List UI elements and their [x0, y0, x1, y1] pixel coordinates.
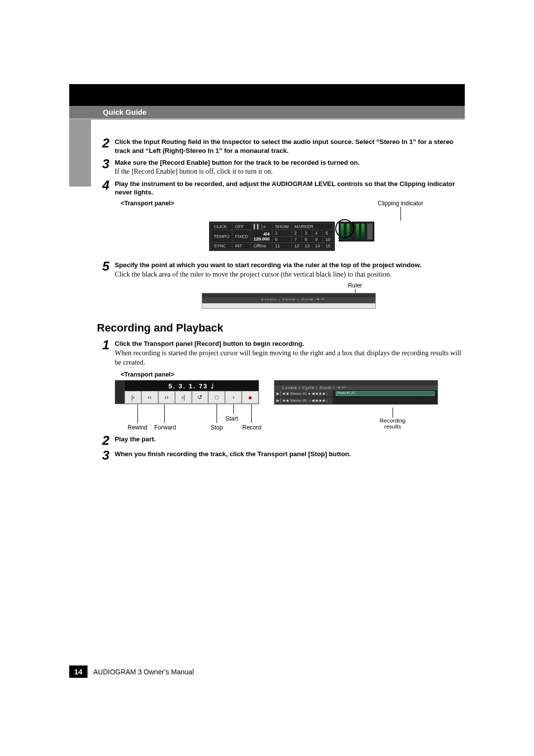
- track-row-1: ▶│ ■ ■ Stereo #1 ● ◀ ■ ■ ■ ↓: [274, 390, 333, 397]
- cell: 1: [272, 230, 292, 236]
- recording-results-image: Locate › Cycle › Zoom › ⇥ ↩ ▶│ ■ ■ Stere…: [274, 380, 438, 405]
- step-b1: 1 Click the Transport panel [Record] but…: [99, 339, 465, 367]
- step-b2: 2 Play the part.: [99, 435, 465, 447]
- cell: 14: [312, 243, 323, 249]
- recording-results-figure: Locate › Cycle › Zoom › ⇥ ↩ ▶│ ■ ■ Stere…: [274, 380, 438, 429]
- cell: 3: [302, 230, 312, 236]
- step-bold: Click the Transport panel [Record] butto…: [115, 340, 304, 347]
- step-bold: Make sure the [Record Enable] button for…: [115, 159, 359, 166]
- step-body: Click the Input Routing field in the Ins…: [113, 138, 465, 155]
- step-text: Play the part.: [115, 435, 156, 443]
- rewind-label: Rewind: [128, 424, 147, 431]
- step-2: 2 Click the Input Routing field in the I…: [99, 138, 465, 155]
- cell: CLICK: [211, 224, 232, 230]
- cell: TEMPO: [211, 230, 232, 243]
- step-text: When you finish recording the track, cli…: [115, 450, 351, 458]
- transport-panel-image: CLICK OFF ▍▍│≡ SHOW MARKER TEMPO FIXED 4…: [209, 222, 335, 251]
- step-5: 5 Specify the point at which you want to…: [99, 261, 465, 279]
- cell: 11: [272, 243, 292, 249]
- recording-results-label: Recording results: [373, 418, 412, 429]
- step-number: 2: [99, 137, 113, 149]
- step-plain: If the [Record Enable] button is off, cl…: [115, 167, 273, 175]
- transport-buttons: |‹ ‹‹ ›› ›| ↺ □ › ●: [125, 391, 259, 404]
- callout-line-icon: [400, 207, 401, 221]
- record-label: Record: [242, 424, 262, 431]
- step-bold: Specify the point at which you want to s…: [115, 261, 421, 269]
- callout-line-icon: [251, 404, 252, 423]
- step-body: Specify the point at which you want to s…: [113, 261, 465, 279]
- step-number: 2: [99, 434, 113, 447]
- figure-row: <Transport panel> Clipping indicator: [121, 200, 465, 222]
- track-row-2: ▶│ ■ ■ Stereo #1 ○ ◀ ■ ■ ■ ↓: [274, 397, 333, 404]
- cell: MARKER: [292, 224, 333, 230]
- side-tab: [69, 116, 91, 187]
- cell: 6: [272, 236, 292, 243]
- cell: 12: [292, 243, 302, 249]
- callout-line-icon: [393, 408, 393, 418]
- cell: 13: [302, 243, 312, 249]
- step-text: Play the instrument to be recorded, and …: [115, 180, 455, 196]
- page-content: 2 Click the Input Routing field in the I…: [99, 84, 465, 462]
- callout-line-icon: [217, 404, 217, 423]
- step-number: 3: [99, 449, 113, 462]
- waveform-clip: Stereo #1_01: [336, 391, 435, 396]
- callout-line-icon: [164, 404, 165, 423]
- cell: FIXED: [232, 230, 251, 243]
- cell: INT: [232, 243, 251, 249]
- step-body: Play the instrument to be recorded, and …: [113, 180, 465, 197]
- level-meter-icon: [361, 224, 364, 239]
- transport-panel-box: 5. 3. 1. 73 ♩ |‹ ‹‹ ›› ›| ↺ □ › ●: [115, 380, 259, 404]
- cell: 4: [312, 230, 323, 236]
- results-toolbar: Locate › Cycle › Zoom › ⇥ ↩: [274, 385, 438, 390]
- page-number: 14: [69, 665, 88, 678]
- start-button[interactable]: ›: [225, 391, 242, 404]
- ruler-label: Ruler: [348, 282, 362, 289]
- cell: 10: [323, 236, 333, 243]
- transport-panel-label: <Transport panel>: [121, 200, 174, 207]
- forward-button[interactable]: ››: [158, 391, 175, 404]
- callout-line-icon: [233, 404, 234, 414]
- cell: SYNC: [211, 243, 232, 249]
- cell: ▍▍│≡: [251, 224, 272, 230]
- step-number: 3: [99, 157, 113, 170]
- timecode-display: 5. 3. 1. 73 ♩: [125, 380, 259, 391]
- step-plain: Click the black area of the ruler to mov…: [115, 270, 392, 278]
- cell: 7: [292, 236, 302, 243]
- step-body: When you finish recording the track, cli…: [113, 450, 465, 459]
- cell: 8: [302, 236, 312, 243]
- step-plain: When recording is started the project cu…: [115, 349, 461, 366]
- step-number: 4: [99, 179, 113, 191]
- step-body: Make sure the [Record Enable] button for…: [113, 158, 465, 177]
- manual-page: Quick Guide 2 Click the Input Routing fi…: [0, 0, 534, 708]
- stop-label: Stop: [211, 424, 223, 431]
- step-3: 3 Make sure the [Record Enable] button f…: [99, 158, 465, 177]
- loop-button[interactable]: ↺: [192, 391, 209, 404]
- transport-panel-figure-1: CLICK OFF ▍▍│≡ SHOW MARKER TEMPO FIXED 4…: [119, 222, 465, 251]
- stop-button[interactable]: □: [208, 391, 225, 404]
- clipping-indicator-label: Clipping indicator: [336, 200, 465, 207]
- forward-end-button[interactable]: ›|: [175, 391, 192, 404]
- cell: 15: [323, 243, 333, 249]
- ruler-image: Locate › Cycle › Zoom ⇥ ↩: [202, 293, 376, 309]
- step-body: Click the Transport panel [Record] butto…: [113, 339, 465, 367]
- cell: 5: [323, 230, 333, 236]
- start-label: Start: [225, 415, 238, 422]
- forward-label: Forward: [154, 424, 176, 431]
- transport-panel-label-2: <Transport panel>: [121, 371, 465, 378]
- step-text: Click the Input Routing field in the Ins…: [115, 138, 453, 154]
- rewind-start-button[interactable]: |‹: [125, 391, 141, 404]
- cell: OFF: [232, 224, 251, 230]
- clipping-indicator-circle-icon: [335, 219, 354, 238]
- rewind-button[interactable]: ‹‹: [141, 391, 158, 404]
- record-button[interactable]: ●: [242, 391, 259, 404]
- transport-panel-figure-2-row: 5. 3. 1. 73 ♩ |‹ ‹‹ ›› ›| ↺ □ › ●: [115, 380, 465, 430]
- step-b3: 3 When you finish recording the track, c…: [99, 450, 465, 462]
- manual-title: AUDIOGRAM 3 Owner’s Manual: [93, 668, 194, 676]
- clip-name: Stereo #1_01: [337, 391, 355, 394]
- page-footer: 14 AUDIOGRAM 3 Owner’s Manual: [69, 665, 194, 678]
- ruler-figure: Locate › Cycle › Zoom ⇥ ↩ Ruler: [99, 282, 465, 309]
- step-number: 1: [99, 338, 113, 351]
- cell: 9: [312, 236, 323, 243]
- ruler-toolbar: Locate › Cycle › Zoom ⇥ ↩: [202, 297, 375, 303]
- section-title-recording-playback: Recording and Playback: [97, 322, 465, 334]
